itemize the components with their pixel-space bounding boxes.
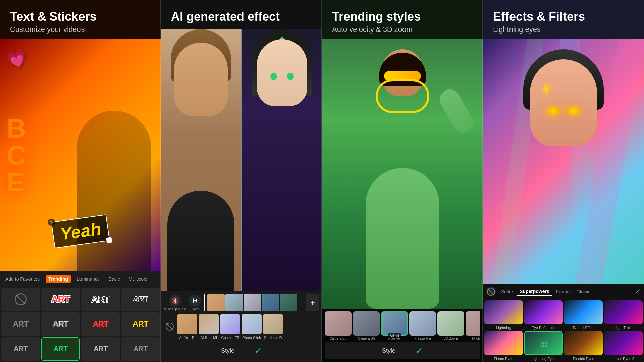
effect-lightning-eyes[interactable]: ⊞ Lightning Eyes bbox=[524, 331, 563, 361]
tab-add-favorites[interactable]: Add to Favorites bbox=[3, 275, 42, 283]
effect-light-trails[interactable]: Light Trails bbox=[604, 300, 643, 330]
neon-letters: B C E bbox=[7, 115, 26, 196]
panel-2-check-button[interactable]: ✓ bbox=[255, 346, 262, 356]
style-thumb-img-3: Adjust bbox=[381, 311, 408, 336]
effect-thumb-tyndall bbox=[564, 300, 603, 324]
timeline-thumb-3[interactable] bbox=[244, 294, 261, 311]
panel-1-main-image: B C E 💗 ✕ Yeah bbox=[0, 39, 161, 272]
style-thumb-photo-ph[interactable]: Photo Ph bbox=[466, 311, 480, 340]
timeline-strip bbox=[207, 294, 303, 311]
panel-ai-effect: AI generated effect bbox=[161, 0, 322, 362]
style-thumbs: Camera Bo Camera Sh Adjust Auto Vel Free… bbox=[325, 311, 480, 340]
panel-3-bottom-bar: Style ✓ bbox=[325, 342, 480, 359]
style-thumb-camera-sh[interactable]: Camera Sh bbox=[353, 311, 380, 340]
filter-thumb-2 bbox=[199, 314, 219, 334]
art-cell-outline[interactable]: ART bbox=[81, 288, 120, 311]
panel-3-main bbox=[322, 39, 483, 309]
close-sticker-btn[interactable]: ✕ bbox=[47, 218, 56, 226]
tab-superpowers[interactable]: Superpowers bbox=[517, 287, 552, 296]
panel-2-bottom-bar: Style ✓ bbox=[164, 342, 319, 359]
headphones bbox=[376, 79, 429, 113]
tab-glowir[interactable]: Glowir bbox=[574, 288, 592, 296]
anime-eye-right bbox=[287, 73, 294, 80]
panel-3-check-button[interactable]: ✓ bbox=[416, 346, 423, 356]
panel-4-title: Effects & Filters bbox=[493, 9, 634, 24]
effect-thumb-light-trails bbox=[604, 300, 643, 324]
style-thumb-img-2 bbox=[353, 311, 380, 336]
style-thumb-freeze[interactable]: Freeze Fra bbox=[409, 311, 436, 340]
tab-frame[interactable]: Frame bbox=[553, 288, 572, 296]
tab-trending[interactable]: Trending bbox=[46, 275, 71, 283]
filter-item-1[interactable]: AI filter-Ei bbox=[177, 314, 197, 340]
style-label-1: Camera Bo bbox=[325, 337, 352, 340]
art-cell-dark[interactable]: ART bbox=[1, 312, 40, 336]
filter-item-5[interactable]: Particles D bbox=[263, 314, 283, 340]
filter-thumb-5 bbox=[263, 314, 283, 334]
art-cell-gold[interactable]: ART bbox=[121, 312, 160, 336]
effect-electric-eyes[interactable]: Electric Eyes bbox=[564, 331, 603, 361]
panel-effects-filters: Effects & Filters Lightning eyes ⚡ Selfi… bbox=[483, 0, 644, 362]
timeline-thumb-5[interactable] bbox=[280, 294, 297, 311]
style-thumb-img-5 bbox=[437, 311, 464, 336]
filter-thumb-1 bbox=[177, 314, 197, 334]
selector-tabs: Selfie Superpowers Frame Glowir ✓ bbox=[483, 284, 644, 299]
style-label-5: 3D Zoom bbox=[437, 337, 464, 340]
timeline-thumb-1[interactable] bbox=[207, 294, 225, 311]
mute-button[interactable]: 🔇 Mute clip audio bbox=[164, 295, 186, 311]
art-cell-white-red[interactable]: ART bbox=[41, 288, 80, 311]
style-thumb-auto-vel[interactable]: Adjust Auto Vel bbox=[381, 311, 408, 340]
filter-item-3[interactable]: Cosmic Eff bbox=[220, 314, 240, 340]
style-thumb-3d-zoom[interactable]: 3D Zoom bbox=[437, 311, 464, 340]
tab-basic[interactable]: Basic bbox=[106, 275, 123, 283]
art-cell-none[interactable] bbox=[1, 288, 40, 311]
arm-raised bbox=[436, 86, 477, 136]
art-cell-red-glow[interactable]: ART bbox=[81, 312, 120, 336]
effect-thumb-eye-reflection bbox=[524, 300, 563, 324]
effect-eye-reflection[interactable]: Eye Reflection bbox=[524, 300, 563, 330]
resize-handle[interactable] bbox=[106, 237, 112, 243]
style-thumb-camera-bo[interactable]: Camera Bo bbox=[325, 311, 352, 340]
effect-flame-eyes[interactable]: Flame Eyes bbox=[484, 331, 523, 361]
art-cell-faded[interactable]: ART bbox=[81, 337, 120, 361]
tab-luminance[interactable]: Luminance bbox=[74, 275, 103, 283]
effect-label-flame-eyes: Flame Eyes bbox=[494, 357, 513, 361]
effect-lightning[interactable]: Lightning bbox=[484, 300, 523, 330]
effects-selector: Selfie Superpowers Frame Glowir ✓ Lightn… bbox=[483, 284, 644, 362]
filter-item-2[interactable]: AI filter-Mi bbox=[199, 314, 219, 340]
art-cell-thin[interactable]: ART bbox=[1, 337, 40, 361]
yeah-text-content: Yeah bbox=[59, 219, 102, 244]
art-cell-shadow[interactable]: ART bbox=[41, 312, 80, 336]
filters-strip: AI filter-Ei AI filter-Mi Cosmic Eff Pho… bbox=[164, 314, 319, 340]
panel-4-subtitle: Lightning eyes bbox=[493, 25, 634, 34]
panel-text-stickers: Text & Stickers Customize your videos B … bbox=[0, 0, 161, 362]
panel-3-title: Trending styles bbox=[332, 9, 473, 24]
style-label-4: Freeze Fra bbox=[409, 337, 436, 340]
art-text-1: ART bbox=[51, 294, 70, 305]
art-cell-green-selected[interactable]: ART bbox=[41, 337, 80, 361]
effect-laser-eyes-2[interactable]: Laser Eyes 2 bbox=[604, 331, 643, 361]
effect-tyndall[interactable]: Tyndall Effect bbox=[564, 300, 603, 330]
art-text-11: ART bbox=[133, 345, 147, 353]
panel-trending-styles: Trending styles Auto velocity & 3D zoom … bbox=[322, 0, 483, 362]
filter-thumb-4 bbox=[241, 314, 262, 334]
tab-selfie[interactable]: Selfie bbox=[498, 288, 516, 296]
filter-none-icon[interactable] bbox=[164, 317, 176, 337]
panel-4-check-button[interactable]: ✓ bbox=[635, 287, 641, 296]
panel-3-subtitle: Auto velocity & 3D zoom bbox=[332, 25, 473, 34]
filter-item-4[interactable]: Photo Slink bbox=[241, 314, 262, 340]
tab-multicolor[interactable]: Multicolor bbox=[126, 275, 152, 283]
anime-eye-left bbox=[270, 73, 277, 80]
cover-button[interactable]: 🖼 Cover bbox=[189, 295, 201, 311]
filter-label-3: Cosmic Eff bbox=[221, 336, 239, 340]
style-thumb-img-4 bbox=[409, 311, 436, 336]
effect-thumb-laser-eyes-2 bbox=[604, 331, 643, 355]
heart-sticker[interactable]: 💗 bbox=[5, 47, 30, 71]
person-body bbox=[366, 168, 439, 309]
effect-label-tyndall: Tyndall Effect bbox=[573, 326, 595, 330]
add-clip-button[interactable]: + bbox=[306, 294, 319, 311]
mute-icon: 🔇 bbox=[169, 295, 181, 307]
art-cell-ghost[interactable]: ART bbox=[121, 337, 160, 361]
timeline-thumb-4[interactable] bbox=[262, 294, 279, 311]
art-cell-black[interactable]: ART bbox=[121, 288, 160, 311]
timeline-thumb-2[interactable] bbox=[225, 294, 243, 311]
